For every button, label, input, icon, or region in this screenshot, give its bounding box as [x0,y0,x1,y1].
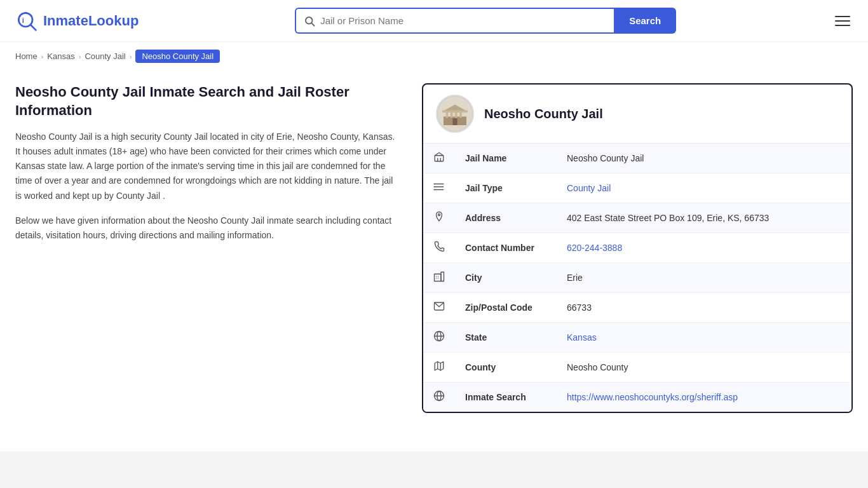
breadcrumb-type[interactable]: County Jail [85,51,125,61]
table-cell-label: State [455,323,557,353]
svg-point-22 [434,189,435,190]
svg-line-1 [31,25,36,30]
chevron-icon-1: › [41,53,44,60]
breadcrumb-state[interactable]: Kansas [47,51,74,61]
svg-text:i: i [22,15,24,24]
breadcrumb-current: Neosho County Jail [135,50,220,63]
svg-rect-24 [435,274,442,281]
table-row: StateKansas [423,323,851,353]
phone-icon [423,233,455,263]
table-cell-label: Jail Type [455,173,557,203]
building-icon [423,144,455,173]
table-row: Address402 East State Street PO Box 109,… [423,203,851,233]
courthouse-image [438,97,472,131]
table-cell-label: City [455,263,557,293]
search-button[interactable]: Search [614,8,676,34]
page-description-2: Below we have given information about th… [15,214,397,243]
svg-point-21 [434,187,435,187]
svg-line-4 [312,23,315,25]
table-cell-link[interactable]: Kansas [567,332,597,342]
table-cell-link[interactable]: https://www.neoshocountyks.org/sheriff.a… [567,392,738,402]
table-cell-label: Address [455,203,557,233]
table-cell-value: Neosho County Jail [557,144,851,173]
zip-icon [423,293,455,323]
table-cell-link[interactable]: County Jail [567,183,611,193]
svg-marker-34 [435,362,444,370]
logo[interactable]: i InmateLookup [15,10,139,32]
page-description-1: Neosho County Jail is a high security Co… [15,130,397,203]
table-row: Inmate Searchhttps://www.neoshocountyks.… [423,383,851,412]
county-icon [423,353,455,383]
svg-rect-14 [435,156,444,161]
avatar [436,95,474,133]
page-title: Neosho County Jail Inmate Search and Jai… [15,83,397,119]
search-icon [304,15,315,27]
table-row: Jail NameNeosho County Jail [423,144,851,173]
info-card: Neosho County Jail Jail NameNeosho Count… [422,83,853,413]
table-cell-value[interactable]: Kansas [557,323,851,353]
table-row: Zip/Postal Code66733 [423,293,851,323]
search-globe-icon [423,383,455,412]
search-input-wrapper [295,8,614,34]
table-cell-label: Jail Name [455,144,557,173]
logo-icon: i [15,10,38,32]
svg-rect-13 [452,118,457,125]
location-icon [423,203,455,233]
table-cell-value[interactable]: 620-244-3888 [557,233,851,263]
breadcrumb-home[interactable]: Home [15,51,37,61]
table-cell-value: 402 East State Street PO Box 109, Erie, … [557,203,851,233]
table-cell-label: Contact Number [455,233,557,263]
list-icon [423,173,455,203]
search-input[interactable] [320,9,606,32]
chevron-icon-3: › [130,53,132,60]
table-row: Contact Number620-244-3888 [423,233,851,263]
table-cell-value: 66733 [557,293,851,323]
breadcrumb: Home › Kansas › County Jail › Neosho Cou… [0,42,868,71]
svg-rect-12 [442,111,468,113]
table-cell-label: County [455,353,557,383]
table-row: Jail TypeCounty Jail [423,173,851,203]
info-table: Jail NameNeosho County JailJail TypeCoun… [423,144,851,412]
main-content: Neosho County Jail Inmate Search and Jai… [0,71,868,438]
globe-icon [423,323,455,353]
table-cell-value[interactable]: County Jail [557,173,851,203]
left-column: Neosho County Jail Inmate Search and Jai… [15,83,422,243]
table-cell-value[interactable]: https://www.neoshocountyks.org/sheriff.a… [557,383,851,412]
hamburger-line-3 [835,25,850,26]
hamburger-line-1 [835,16,850,17]
table-cell-label: Zip/Postal Code [455,293,557,323]
card-jail-name: Neosho County Jail [484,107,603,121]
header: i InmateLookup Search [0,0,868,42]
svg-rect-25 [441,272,444,281]
hamburger-menu[interactable] [832,13,853,29]
table-cell-label: Inmate Search [455,383,557,412]
table-cell-value: Erie [557,263,851,293]
table-row: CityErie [423,263,851,293]
search-area: Search [295,8,676,34]
svg-point-20 [434,184,435,184]
city-icon [423,263,455,293]
table-cell-value: Neosho County [557,353,851,383]
right-column: Neosho County Jail Jail NameNeosho Count… [422,83,853,413]
logo-text: InmateLookup [43,13,139,29]
table-cell-link[interactable]: 620-244-3888 [567,243,622,253]
hamburger-line-2 [835,20,850,22]
svg-point-23 [438,214,440,216]
footer-background [0,451,868,488]
table-row: CountyNeosho County [423,353,851,383]
chevron-icon-2: › [79,53,81,60]
card-header: Neosho County Jail [423,85,851,144]
